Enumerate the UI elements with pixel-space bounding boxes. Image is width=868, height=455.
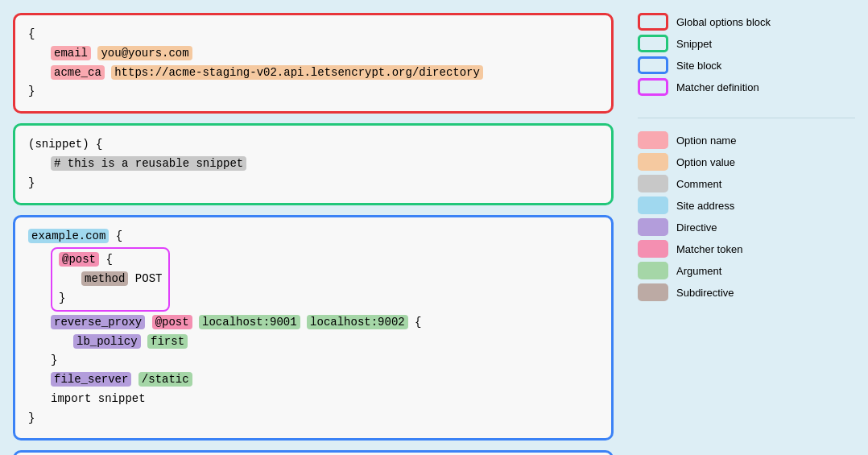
legend-box-optval <box>638 153 668 171</box>
site1-rproxy-close: } <box>28 351 598 370</box>
subdir-method: method <box>81 271 128 286</box>
global-open: { <box>28 25 598 44</box>
legend-item-site: Site block <box>638 56 855 74</box>
legend-label-siteaddr: Site address <box>676 200 734 212</box>
global-acme-line: acme_ca https://acme-staging-v02.api.let… <box>28 64 598 83</box>
comment-text: # this is a reusable snippet <box>51 156 246 171</box>
directive-fileserver: file_server <box>51 372 131 387</box>
site1-open: example.com { <box>28 227 598 246</box>
legend-box-comment <box>638 175 668 192</box>
legend-item-matcher: Matcher definition <box>638 78 855 96</box>
snippet-comment: # this is a reusable snippet <box>28 155 598 174</box>
subdirective-method: method POST <box>81 271 162 286</box>
legend-box-argument <box>638 262 668 279</box>
legend-border-section: Global options block Snippet Site block … <box>638 13 855 100</box>
lbpolicy-arg: first <box>147 334 188 349</box>
legend-item-argument: Argument <box>638 262 855 279</box>
site-block-1: example.com { @post { method POST } <box>13 215 614 441</box>
snippet-block: (snippet) { # this is a reusable snippet… <box>13 123 614 205</box>
legend-label-optname: Option name <box>676 134 736 147</box>
global-email-line: email you@yours.com <box>28 44 598 64</box>
legend-item-optval: Option value <box>638 153 855 171</box>
site1-matcher-block-line: @post { method POST } <box>28 246 598 312</box>
legend-box-optname <box>638 131 668 149</box>
legend-label-global: Global options block <box>676 16 771 28</box>
legend-label-site: Site block <box>676 60 721 72</box>
site1-brace: { <box>116 230 122 242</box>
legend-item-subdir: Subdirective <box>638 283 855 301</box>
global-options-block: { email you@yours.com acme_ca https://ac… <box>13 13 614 114</box>
opt-name-email: email <box>51 46 91 60</box>
site1-lbpolicy-line: lb_policy first <box>28 333 598 352</box>
legend-divider <box>638 118 855 118</box>
legend-label-argument: Argument <box>676 265 721 277</box>
legend-label-comment: Comment <box>676 178 721 190</box>
legend-box-directive <box>638 218 668 236</box>
matcher-brace: { <box>105 253 112 266</box>
rproxy-matcher-ref: @post <box>152 315 192 329</box>
directive-rproxy: reverse_proxy <box>51 315 145 329</box>
legend-label-subdir: Subdirective <box>676 287 734 299</box>
site1-import: import snippet <box>28 390 598 409</box>
legend-item-snippet: Snippet <box>638 35 855 52</box>
code-panel: { email you@yours.com acme_ca https://ac… <box>13 13 614 455</box>
site1-close: } <box>28 409 598 428</box>
legend-box-site <box>638 56 668 74</box>
legend-label-directive: Directive <box>676 221 717 234</box>
matcher-token-post: @post <box>59 252 99 267</box>
legend-item-optname: Option name <box>638 131 855 149</box>
site-block-2: www.example.com { redir https://example.… <box>13 450 614 455</box>
snippet-close: } <box>28 174 598 193</box>
legend-item-matchertoken: Matcher token <box>638 240 855 258</box>
legend-label-optval: Option value <box>676 156 735 168</box>
legend-item-comment: Comment <box>638 175 855 192</box>
legend-box-subdir <box>638 283 668 301</box>
legend-box-global <box>638 13 668 31</box>
opt-name-acme: acme_ca <box>51 65 105 80</box>
subdir-arg-post: POST <box>135 272 163 285</box>
legend-item-global: Global options block <box>638 13 855 31</box>
legend-panel: Global options block Snippet Site block … <box>630 13 855 455</box>
site1-rproxy-line: reverse_proxy @post localhost:9001 local… <box>28 313 598 333</box>
legend-item-siteaddr: Site address <box>638 196 855 214</box>
opt-val-acme: https://acme-staging-v02.api.letsencrypt… <box>111 65 483 80</box>
site1-fileserver-line: file_server /static <box>28 370 598 390</box>
legend-box-matchertoken <box>638 240 668 258</box>
directive-lbpolicy: lb_policy <box>73 334 141 349</box>
site1-addr: example.com <box>28 229 109 243</box>
legend-label-matchertoken: Matcher token <box>676 243 742 255</box>
legend-fill-section: Option name Option value Comment Site ad… <box>638 131 855 305</box>
matcher-method-line: method POST <box>59 270 162 289</box>
snippet-open: (snippet) { <box>28 135 598 155</box>
legend-box-matcher <box>638 78 668 96</box>
legend-box-siteaddr <box>638 196 668 214</box>
legend-label-matcher: Matcher definition <box>676 81 759 93</box>
rproxy-arg1: localhost:9001 <box>199 315 300 329</box>
legend-label-snippet: Snippet <box>676 38 712 50</box>
opt-val-email: you@yours.com <box>97 46 192 60</box>
legend-box-snippet <box>638 35 668 52</box>
rproxy-arg2: localhost:9002 <box>307 315 408 329</box>
legend-item-directive: Directive <box>638 218 855 236</box>
matcher-open-line: @post { <box>59 250 162 270</box>
matcher-close: } <box>59 289 162 308</box>
global-close: } <box>28 82 598 101</box>
rproxy-brace: { <box>415 316 421 329</box>
fileserver-arg: /static <box>138 372 192 387</box>
matcher-definition-block: @post { method POST } <box>51 247 170 311</box>
